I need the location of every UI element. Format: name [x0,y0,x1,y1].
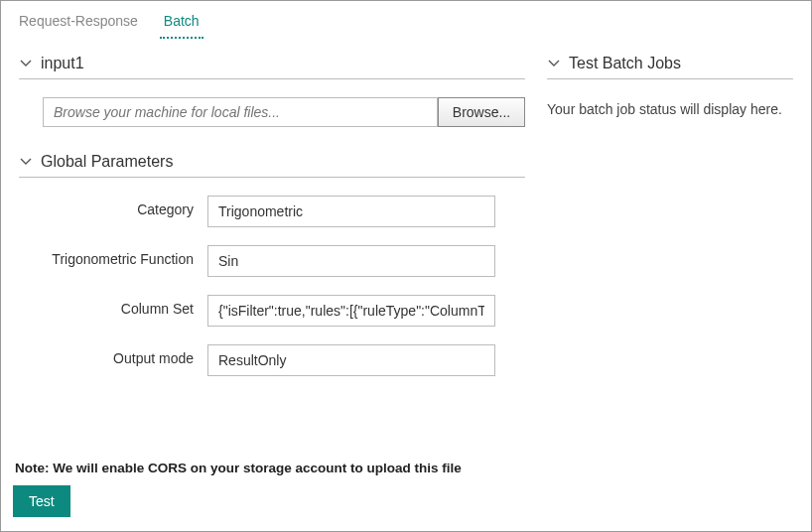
file-path-input[interactable] [43,97,438,127]
tab-batch[interactable]: Batch [160,9,203,39]
chevron-down-icon [547,57,561,70]
param-label-column-set: Column Set [19,295,207,317]
output-mode-input[interactable] [207,344,495,376]
section-test-jobs-title: Test Batch Jobs [569,55,681,72]
section-input1-header[interactable]: input1 [19,55,525,79]
batch-status-text: Your batch job status will display here. [547,97,793,117]
chevron-down-icon [19,57,33,70]
column-set-input[interactable] [207,295,495,327]
param-label-trig-function: Trigonometric Function [19,245,207,267]
category-input[interactable] [207,196,495,227]
chevron-down-icon [19,155,33,169]
section-global-params-header[interactable]: Global Parameters [19,153,525,178]
tab-request-response[interactable]: Request-Response [15,9,142,39]
param-label-output-mode: Output mode [19,344,207,366]
section-test-jobs-header[interactable]: Test Batch Jobs [547,55,793,79]
param-label-category: Category [19,196,207,217]
trig-function-input[interactable] [207,245,495,277]
section-input1-title: input1 [41,55,84,72]
test-button[interactable]: Test [13,485,70,517]
section-global-params-title: Global Parameters [41,153,173,171]
browse-button[interactable]: Browse... [438,97,525,127]
cors-note: Note: We will enable CORS on your storag… [15,461,462,475]
